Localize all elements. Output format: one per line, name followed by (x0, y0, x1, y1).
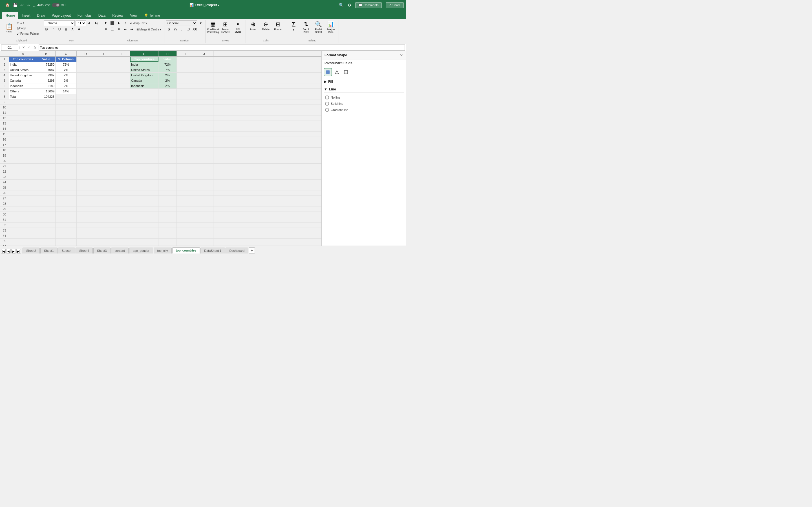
row-number[interactable]: 8 (0, 94, 9, 99)
row-number[interactable]: 16 (0, 137, 9, 142)
share-button[interactable]: ↗ Share (386, 2, 404, 8)
grid-body[interactable]: 1 Top countries Value % Column Top count… (0, 57, 321, 245)
cell-H1[interactable]: Value (158, 57, 177, 62)
cell-E31[interactable] (95, 217, 113, 222)
sheet-tab-sheet1[interactable]: Sheet1 (40, 247, 57, 253)
row-number[interactable]: 1 (0, 57, 9, 62)
cell-A26[interactable] (9, 190, 37, 195)
cell-F36[interactable] (113, 244, 130, 245)
cell-I25[interactable] (177, 185, 195, 190)
font-size-select[interactable]: 11 (75, 20, 86, 26)
cell-J13[interactable] (195, 121, 213, 126)
bold-button[interactable]: B (44, 26, 49, 32)
cell-J34[interactable] (195, 233, 213, 238)
cell-A16[interactable] (9, 137, 37, 142)
cell-F19[interactable] (113, 153, 130, 158)
row-number[interactable]: 4 (0, 73, 9, 78)
cell-A5[interactable]: Canada (9, 78, 37, 83)
cell-H35[interactable] (158, 238, 177, 244)
cell-F18[interactable] (113, 148, 130, 153)
cell-C16[interactable] (56, 137, 77, 142)
cell-A19[interactable] (9, 153, 37, 158)
cell-B15[interactable] (37, 131, 56, 136)
tab-insert[interactable]: Insert (18, 12, 34, 19)
cell-H4[interactable]: 2% (158, 73, 177, 78)
cell-F6[interactable] (113, 83, 130, 89)
align-center-button[interactable]: ☰ (109, 26, 115, 32)
cell-J18[interactable] (195, 148, 213, 153)
align-top-button[interactable]: ⬆ (103, 20, 109, 26)
cell-I6[interactable] (177, 83, 195, 89)
cell-H11[interactable] (158, 110, 177, 115)
cell-I2[interactable] (177, 62, 195, 67)
save-button[interactable]: 💾 (12, 2, 18, 8)
cell-F13[interactable] (113, 121, 130, 126)
cell-H22[interactable] (158, 169, 177, 174)
row-number[interactable]: 22 (0, 169, 9, 174)
cell-I27[interactable] (177, 196, 195, 201)
cell-C36[interactable] (56, 244, 77, 245)
cell-D7[interactable] (77, 89, 95, 94)
tab-tell-me[interactable]: 💡 Tell me (141, 12, 163, 19)
more-button[interactable]: … (32, 2, 37, 8)
cell-B14[interactable] (37, 126, 56, 131)
cell-B23[interactable] (37, 174, 56, 179)
cell-F24[interactable] (113, 180, 130, 185)
add-sheet-button[interactable]: + (249, 247, 255, 253)
sheet-tab-top-countries[interactable]: top_countries (172, 247, 200, 253)
cell-I5[interactable] (177, 78, 195, 83)
format-as-table-button[interactable]: ⊞ Format as Table (220, 20, 232, 34)
cell-B3[interactable]: 7087 (37, 67, 56, 72)
cell-B36[interactable] (37, 244, 56, 245)
cell-D15[interactable] (77, 131, 95, 136)
cell-C8[interactable] (56, 94, 77, 99)
cell-G25[interactable] (130, 185, 158, 190)
cell-D12[interactable] (77, 115, 95, 121)
cell-A34[interactable] (9, 233, 37, 238)
cell-C30[interactable] (56, 212, 77, 217)
sheet-tab-content[interactable]: content (111, 247, 129, 253)
row-number[interactable]: 34 (0, 233, 9, 238)
cell-G6[interactable]: Indonesia (130, 83, 158, 89)
align-middle-button[interactable]: ⬛ (109, 20, 115, 26)
cell-E29[interactable] (95, 207, 113, 212)
cell-F33[interactable] (113, 228, 130, 233)
cell-A10[interactable] (9, 105, 37, 110)
cell-C29[interactable] (56, 207, 77, 212)
cell-I28[interactable] (177, 201, 195, 206)
cell-I1[interactable] (177, 57, 195, 62)
cell-G12[interactable] (130, 115, 158, 121)
cell-H15[interactable] (158, 131, 177, 136)
number-format-select[interactable]: General (166, 20, 197, 26)
cell-B16[interactable] (37, 137, 56, 142)
no-line-radio[interactable] (325, 96, 329, 100)
font-increase-button[interactable]: A↑ (87, 20, 93, 26)
row-number[interactable]: 28 (0, 201, 9, 206)
cell-H2[interactable]: 72% (158, 62, 177, 67)
cell-G34[interactable] (130, 233, 158, 238)
row-number[interactable]: 2 (0, 62, 9, 67)
cell-B8[interactable]: 104225 (37, 94, 56, 99)
cell-G16[interactable] (130, 137, 158, 142)
cell-H32[interactable] (158, 223, 177, 228)
paste-button[interactable]: 📋 Paste (3, 20, 15, 36)
cell-D24[interactable] (77, 180, 95, 185)
cell-D17[interactable] (77, 142, 95, 147)
cell-F34[interactable] (113, 233, 130, 238)
cell-E6[interactable] (95, 83, 113, 89)
cell-G28[interactable] (130, 201, 158, 206)
cell-A33[interactable] (9, 228, 37, 233)
cell-D28[interactable] (77, 201, 95, 206)
sheet-nav-prev[interactable]: ◀ (6, 249, 11, 253)
cell-B20[interactable] (37, 158, 56, 163)
cell-B1[interactable]: Value (37, 57, 56, 62)
cell-E35[interactable] (95, 238, 113, 244)
cell-H5[interactable]: 2% (158, 78, 177, 83)
cell-E1[interactable] (95, 57, 113, 62)
cell-E17[interactable] (95, 142, 113, 147)
cell-F4[interactable] (113, 73, 130, 78)
cell-C14[interactable] (56, 126, 77, 131)
cell-A1[interactable]: Top countries (9, 57, 37, 62)
cell-F30[interactable] (113, 212, 130, 217)
cell-H34[interactable] (158, 233, 177, 238)
